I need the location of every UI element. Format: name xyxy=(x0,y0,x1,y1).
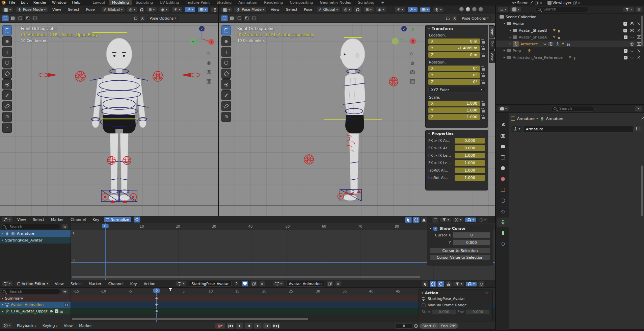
channel-avatar-animation[interactable]: ▾ Avatar_Animation xyxy=(0,302,71,308)
mute-checkbox[interactable]: ✓ xyxy=(55,309,58,313)
outliner-row-scene-collection[interactable]: Scene Collection xyxy=(496,14,644,20)
dopesheet-mode-dropdown[interactable]: Action Editor▾ xyxy=(15,281,51,287)
proportional-falloff-dropdown[interactable]: ▾ xyxy=(477,218,488,222)
transform-orientation[interactable]: ↱Global▾ xyxy=(317,7,340,12)
outliner-row-avatar[interactable]: ▾ Avatar ✓ xyxy=(496,20,644,27)
graph-menu-select[interactable]: Select xyxy=(30,217,47,222)
channel-startingpose[interactable]: ▸ StartingPose_Avatar xyxy=(0,237,71,244)
action-datablock-icon[interactable]: ▾ xyxy=(175,281,187,286)
toggle-grid-icon[interactable] xyxy=(410,79,415,84)
hide-icon[interactable] xyxy=(630,56,634,58)
menu-help[interactable]: Help xyxy=(70,0,83,5)
hide-icon[interactable] xyxy=(630,22,634,25)
prop-value-field[interactable]: 1.000 xyxy=(455,160,485,166)
next-keyframe-button[interactable] xyxy=(263,323,271,329)
show-gizmo-toggle[interactable]: ↗▾ xyxy=(185,7,195,12)
prop-value-field[interactable]: 0.000 xyxy=(455,138,485,144)
properties-options-icon[interactable]: ▾ xyxy=(635,106,642,112)
snap-target[interactable]: ⊞▾ xyxy=(146,7,157,12)
breadcrumb-data[interactable]: Armature xyxy=(546,117,564,121)
lock-icon[interactable] xyxy=(482,82,485,84)
exclude-checkbox[interactable]: ✓ xyxy=(624,56,627,59)
tab-bone[interactable] xyxy=(497,228,509,238)
editor-type-viewport-icon[interactable]: ▾ xyxy=(221,7,232,12)
menu-window[interactable]: Window xyxy=(50,0,69,5)
select-mode-invert-icon[interactable] xyxy=(243,15,250,21)
hide-icon[interactable] xyxy=(630,29,634,32)
add-workspace-button[interactable]: + xyxy=(378,0,387,5)
dope-menu-view[interactable]: View xyxy=(53,281,66,286)
disable-render-icon[interactable] xyxy=(637,29,641,32)
tool-select-box[interactable] xyxy=(2,25,12,35)
tool-cursor[interactable]: ⊕ xyxy=(2,36,12,46)
tab-object[interactable] xyxy=(497,185,509,195)
outliner-display-mode[interactable]: ▾ xyxy=(510,7,521,12)
show-hidden-icon[interactable] xyxy=(413,217,420,223)
current-frame-field[interactable]: 0 xyxy=(396,323,412,329)
graph-menu-marker[interactable]: Marker xyxy=(49,217,66,222)
lock-icon[interactable] xyxy=(482,75,485,77)
expand-icon[interactable]: ▸ xyxy=(510,29,511,32)
pose-options-dropdown[interactable]: Pose Options▾ xyxy=(459,16,491,21)
workspace-tab-animation[interactable]: Animation xyxy=(235,0,260,5)
scene-pin-icon[interactable] xyxy=(530,1,534,5)
solo-icon[interactable] xyxy=(64,303,69,307)
viewport-menu-select[interactable]: Select xyxy=(284,7,300,12)
tool-annotate[interactable] xyxy=(221,90,231,100)
sync-icon[interactable] xyxy=(437,281,444,287)
lock-icon[interactable] xyxy=(482,48,485,50)
expand-icon[interactable]: ▾ xyxy=(2,297,3,300)
exclude-checkbox[interactable]: ✓ xyxy=(624,49,627,53)
rig-sphere-control[interactable] xyxy=(388,76,399,87)
tab-physics[interactable] xyxy=(497,196,509,205)
stash-name-field[interactable]: Avatar_Animation xyxy=(286,281,324,287)
hide-icon[interactable] xyxy=(630,36,634,38)
properties-scrollbar[interactable] xyxy=(641,166,643,216)
proportional-edit[interactable]: ◉▾ xyxy=(376,7,386,12)
viewlayer-remove-icon[interactable]: × xyxy=(578,1,581,5)
pan-hand-icon[interactable] xyxy=(410,60,415,65)
dope-menu-select[interactable]: Select xyxy=(68,281,84,286)
graph-ruler[interactable]: 0 10 20 30 40 50 60 70 80 xyxy=(0,223,495,230)
zoom-icon[interactable] xyxy=(410,52,413,55)
select-mode-intersect-icon[interactable] xyxy=(32,15,38,21)
lock-icon[interactable] xyxy=(482,41,485,44)
show-errors-icon[interactable] xyxy=(421,217,427,223)
workspace-tab-rendering[interactable]: Rendering xyxy=(261,0,286,5)
lock-icon[interactable] xyxy=(482,55,485,57)
zoom-icon[interactable] xyxy=(207,52,210,55)
tool-measure[interactable] xyxy=(221,101,231,111)
viewport-menu-view[interactable]: View xyxy=(268,7,282,12)
collapse-icon[interactable]: ▾ xyxy=(428,27,430,30)
scale-x-field[interactable]: X1.000 xyxy=(428,101,480,106)
rotation-mode-dropdown[interactable]: XYZ Euler▾ xyxy=(428,87,485,93)
eye-icon[interactable] xyxy=(11,232,15,235)
cursor-value-to-selection-button[interactable]: Cursor Value to Selection xyxy=(430,254,490,260)
object-visibility-dropdown[interactable]: 👁▾ xyxy=(171,7,183,12)
graph-menu-view[interactable]: View xyxy=(15,217,28,222)
outliner-row-armature[interactable]: ▸ Armature ↝ 16 xyxy=(496,41,644,47)
frame-end-field[interactable]: End299 xyxy=(439,323,458,329)
blender-logo[interactable] xyxy=(1,0,6,5)
outliner-row-avatar-shapeb[interactable]: ▸ Avatar_ShapeB 8 ✓ xyxy=(496,27,644,34)
scene-unlink-icon[interactable]: × xyxy=(540,1,543,5)
transform-orientation[interactable]: ↱Global▾ xyxy=(101,7,125,12)
select-mode-extend-icon[interactable] xyxy=(229,15,235,21)
select-mode-extend-icon[interactable] xyxy=(9,15,16,21)
frame-target-dropdown[interactable]: ▾ xyxy=(452,217,464,223)
end-field[interactable]: 0.000 xyxy=(466,309,490,314)
scene-icon[interactable]: ◐▾ xyxy=(512,1,516,4)
toggle-grid-icon[interactable] xyxy=(207,79,211,84)
outliner-row-avatar-shapea[interactable]: ▸ Avatar_ShapeA 8 ✓ xyxy=(496,34,644,41)
expand-icon[interactable]: ▾ xyxy=(2,232,3,235)
tab-bone-constraint[interactable] xyxy=(497,239,509,249)
viewport-left-canvas[interactable]: ⊕ ✛ ⊞ ▾ Front Orthographic (0) Armature … xyxy=(0,23,218,216)
jump-to-start-button[interactable] xyxy=(226,323,235,329)
wrench-icon[interactable] xyxy=(49,309,53,313)
show-errors-icon[interactable] xyxy=(445,281,452,287)
play-button[interactable] xyxy=(254,323,262,329)
snap-target[interactable]: ⊞▾ xyxy=(363,7,374,12)
object-visibility-dropdown[interactable]: 👁▾ xyxy=(395,7,406,12)
exclude-checkbox[interactable]: ✓ xyxy=(624,35,627,39)
breadcrumb-object[interactable]: Armature xyxy=(517,117,535,121)
